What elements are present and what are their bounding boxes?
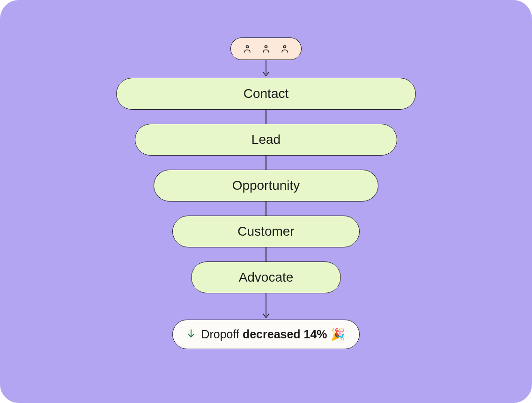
people-pill	[230, 37, 302, 60]
connector-line	[266, 110, 266, 124]
diagram-canvas: ContactLeadOpportunityCustomerAdvocate D…	[0, 0, 532, 403]
svg-point-2	[284, 45, 286, 48]
result-prefix: Dropoff	[201, 328, 242, 341]
svg-point-1	[265, 45, 267, 48]
result-pill: Dropoff decreased 14% 🎉	[172, 320, 359, 349]
decrease-arrow-icon	[187, 328, 195, 341]
connector-line	[266, 156, 266, 170]
funnel-stage: Contact	[116, 78, 416, 110]
svg-point-0	[246, 45, 249, 48]
arrow-down-icon	[262, 293, 270, 320]
person-icon	[261, 44, 271, 54]
connector-line	[266, 247, 266, 261]
funnel-stage: Lead	[135, 124, 397, 156]
party-emoji: 🎉	[331, 328, 345, 341]
person-icon	[280, 44, 290, 54]
connector-line	[266, 202, 266, 216]
arrow-down-icon	[262, 60, 270, 78]
result-text: Dropoff decreased 14% 🎉	[201, 328, 345, 341]
person-icon	[242, 44, 252, 54]
funnel-stage: Opportunity	[154, 170, 378, 202]
funnel-stage: Advocate	[191, 261, 341, 293]
result-bold: decreased 14%	[243, 328, 327, 341]
funnel-stage: Customer	[172, 216, 360, 247]
funnel: ContactLeadOpportunityCustomerAdvocate	[116, 78, 416, 293]
